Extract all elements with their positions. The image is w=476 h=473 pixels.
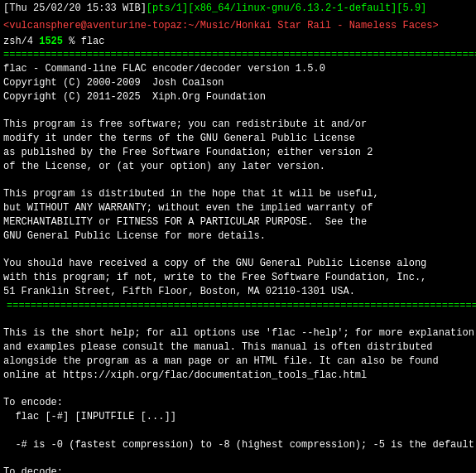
blank2 xyxy=(3,174,473,188)
free-software3: as published by the Free Software Founda… xyxy=(3,146,473,160)
copy2: with this program; if not, write to the … xyxy=(3,271,473,285)
top-divider: ========================================… xyxy=(0,48,476,62)
free-software1: This program is free software; you can r… xyxy=(3,118,473,132)
warranty1: This program is distributed in the hope … xyxy=(3,187,473,201)
copy1: You should have received a copy of the G… xyxy=(3,257,473,271)
blank1 xyxy=(3,104,473,118)
output-block: flac - Command-line FLAC encoder/decoder… xyxy=(0,62,476,473)
warranty3: MERCHANTABILITY or FITNESS FOR A PARTICU… xyxy=(3,215,473,229)
prompt-command: flac xyxy=(81,36,105,47)
warranty2: but WITHOUT ANY WARRANTY; without even t… xyxy=(3,201,473,215)
terminal: [Thu 25/02/20 15:33 WIB][pts/1][x86_64/l… xyxy=(0,0,476,473)
encode-note: -# is -0 (fastest compression) to -8 (hi… xyxy=(3,438,473,452)
help2: and examples please consult the manual. … xyxy=(3,340,473,355)
status-bar: [Thu 25/02/20 15:33 WIB][pts/1][x86_64/l… xyxy=(0,0,476,17)
encode-cmd: flac [-#] [INPUTFILE [...]] xyxy=(3,410,473,424)
python-info: [5.9] xyxy=(397,2,426,14)
encode-label: To encode: xyxy=(3,396,473,410)
date-time: [Thu 25/02/20 15:33 WIB] xyxy=(3,2,147,14)
copy3: 51 Franklin Street, Fifth Floor, Boston,… xyxy=(3,285,473,299)
blank5 xyxy=(3,383,473,397)
prompt-line: zsh/4 1525 % flac xyxy=(0,35,476,49)
help3: alongside the program as a man page or a… xyxy=(3,355,473,369)
shell-label: zsh/4 xyxy=(3,36,39,47)
help1: This is the short help; for all options … xyxy=(3,326,473,340)
pts-info: [pts/1] xyxy=(147,2,188,14)
mid-divider: ========================================… xyxy=(3,299,473,313)
help4: online at https://xiph.org/flac/document… xyxy=(3,369,473,383)
free-software2: modify it under the terms of the GNU Gen… xyxy=(3,132,473,146)
prompt-number: 1525 xyxy=(39,36,63,47)
arch-info: [x86_64/linux-gnu/6.13.2-1-default] xyxy=(188,2,397,14)
blank7 xyxy=(3,452,473,466)
blank6 xyxy=(3,424,473,438)
host-path: <vulcansphere@aventurine-topaz:~/Music/H… xyxy=(3,20,439,31)
warranty4: GNU General Public License for more deta… xyxy=(3,229,473,244)
prompt-symbol: % xyxy=(63,36,81,47)
blank4 xyxy=(3,313,473,327)
free-software4: of the License, or (at your option) any … xyxy=(3,160,473,174)
copyright2-line: Copyright (C) 2011-2025 Xiph.Org Foundat… xyxy=(3,90,473,104)
copyright1-line: Copyright (C) 2000-2009 Josh Coalson xyxy=(3,76,473,90)
title-line: flac - Command-line FLAC encoder/decoder… xyxy=(3,62,473,76)
host-path-line: <vulcansphere@aventurine-topaz:~/Music/H… xyxy=(0,17,476,35)
blank3 xyxy=(3,244,473,258)
decode-label: To decode: xyxy=(3,466,473,473)
